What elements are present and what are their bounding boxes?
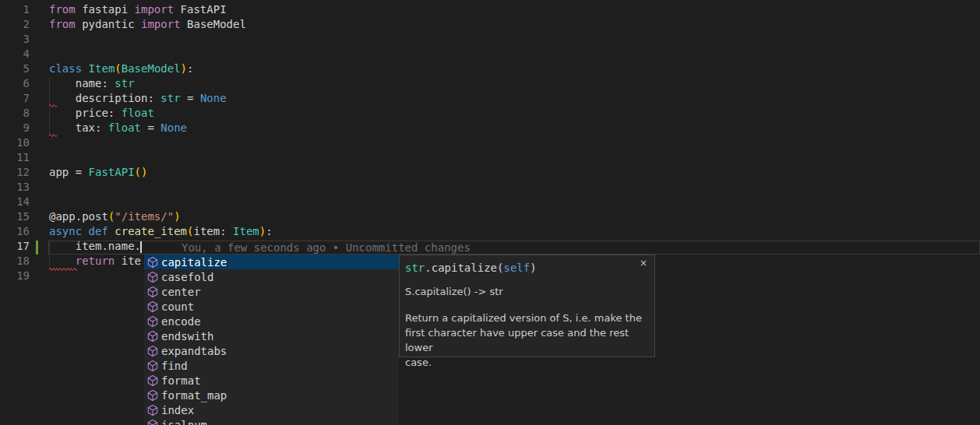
close-icon[interactable]: × (638, 258, 649, 269)
suggest-widget: capitalizecasefoldcentercountencodeendsw… (144, 255, 399, 425)
method-icon (146, 389, 159, 402)
suggest-item-index[interactable]: index (144, 402, 399, 417)
suggest-item-endswith[interactable]: endswith (144, 328, 399, 343)
suggest-item-label: format (161, 374, 201, 387)
suggest-item-label: center (161, 286, 201, 298)
error-squiggle (49, 266, 77, 271)
doc-description: Return a capitalized version of S, i.e. … (405, 311, 648, 370)
method-icon (146, 256, 159, 269)
indent-guide (49, 240, 50, 269)
method-icon (146, 345, 159, 357)
method-icon (146, 271, 159, 283)
line-number[interactable]: 3 (0, 32, 30, 47)
gutter: 12345678910111213141516171819 (0, 0, 30, 425)
error-squiggle (49, 132, 57, 137)
code-line[interactable]: async def create_item(item: Item): (49, 224, 273, 239)
suggest-item-label: find (161, 360, 188, 372)
suggest-item-label: index (161, 404, 194, 416)
suggest-item-find[interactable]: find (144, 358, 399, 373)
line-number[interactable]: 5 (0, 61, 30, 76)
code-line[interactable]: item.name. (49, 239, 141, 254)
line-number[interactable]: 7 (0, 91, 30, 106)
method-icon (146, 300, 159, 313)
suggest-docs: str.capitalize(self) × S.capitalize() ->… (399, 255, 655, 357)
method-icon (146, 419, 159, 425)
line-number[interactable]: 13 (0, 180, 30, 195)
line-number[interactable]: 4 (0, 47, 30, 61)
method-icon (146, 330, 159, 342)
text-cursor (140, 241, 142, 253)
line-number[interactable]: 15 (0, 209, 30, 224)
method-icon (146, 374, 159, 387)
suggest-item-isalnum[interactable]: isalnum (144, 417, 399, 425)
suggest-item-label: encode (161, 315, 201, 328)
line-number[interactable]: 6 (0, 76, 30, 91)
suggest-item-expandtabs[interactable]: expandtabs (144, 343, 399, 358)
suggest-item-label: format_map (161, 389, 227, 402)
error-squiggle (49, 103, 57, 107)
suggest-item-capitalize[interactable]: capitalize (144, 255, 399, 269)
code-line[interactable]: class Item(BaseModel): (49, 61, 193, 76)
line-number[interactable]: 17 (0, 239, 30, 254)
inline-blame: You, a few seconds ago • Uncommitted cha… (182, 241, 471, 255)
line-number[interactable]: 14 (0, 195, 30, 209)
line-number[interactable]: 16 (0, 224, 30, 239)
suggest-item-casefold[interactable]: casefold (144, 269, 399, 284)
line-number[interactable]: 19 (0, 269, 30, 283)
code-line[interactable]: price: float (49, 106, 154, 121)
suggest-item-label: endswith (161, 330, 213, 342)
code-line[interactable]: description: str = None (49, 91, 227, 106)
doc-signature: str.capitalize(self) (405, 261, 636, 275)
line-number[interactable]: 2 (0, 17, 30, 32)
method-icon (146, 360, 159, 372)
line-number[interactable]: 10 (0, 135, 30, 150)
suggest-item-label: expandtabs (161, 345, 227, 357)
line-number[interactable]: 1 (0, 2, 30, 17)
method-icon (146, 404, 159, 416)
method-icon (146, 315, 159, 328)
suggest-item-count[interactable]: count (144, 299, 399, 314)
gutter-added-indicator (36, 241, 38, 255)
suggest-item-label: casefold (161, 271, 213, 283)
line-number[interactable]: 8 (0, 106, 30, 121)
code-line[interactable]: tax: float = None (49, 121, 187, 135)
suggest-item-center[interactable]: center (144, 284, 399, 299)
line-number[interactable]: 9 (0, 121, 30, 135)
suggest-item-label: count (161, 300, 194, 313)
line-number[interactable]: 12 (0, 165, 30, 180)
code-line[interactable]: @app.post("/items/") (49, 209, 181, 224)
doc-summary: S.capitalize() -> str (405, 285, 648, 299)
suggest-item-format[interactable]: format (144, 373, 399, 388)
suggest-item-encode[interactable]: encode (144, 314, 399, 328)
code-line[interactable]: app = FastAPI() (49, 165, 147, 180)
code-line[interactable]: from fastapi import FastAPI (49, 2, 227, 17)
line-number[interactable]: 11 (0, 150, 30, 165)
method-icon (146, 286, 159, 298)
suggest-list: capitalizecasefoldcentercountencodeendsw… (144, 255, 399, 425)
line-number[interactable]: 18 (0, 254, 30, 269)
suggest-item-label: isalnum (161, 419, 207, 425)
code-line[interactable]: name: str (49, 76, 135, 91)
suggest-item-label: capitalize (161, 256, 227, 269)
suggest-item-format_map[interactable]: format_map (144, 388, 399, 402)
code-line[interactable]: from pydantic import BaseModel (49, 17, 246, 32)
